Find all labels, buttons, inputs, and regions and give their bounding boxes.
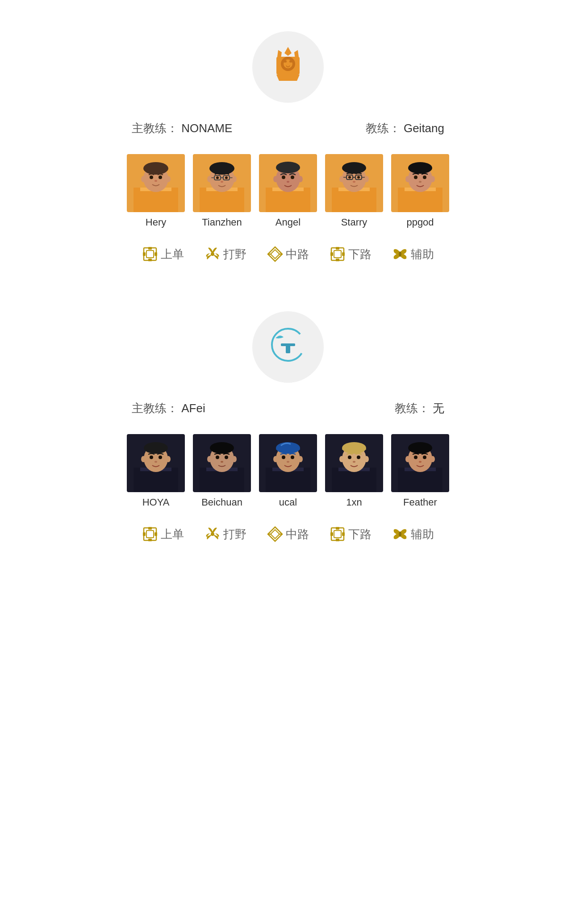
svg-point-126	[357, 456, 360, 459]
jungle-icon	[205, 246, 221, 262]
svg-marker-77	[271, 250, 280, 259]
svg-point-94	[144, 442, 168, 454]
svg-rect-142	[143, 532, 146, 536]
svg-point-64	[414, 176, 417, 179]
svg-point-146	[211, 532, 214, 536]
svg-point-136	[423, 456, 426, 459]
svg-point-125	[348, 456, 351, 459]
svg-point-14	[150, 176, 153, 179]
svg-rect-7	[289, 60, 292, 63]
team2-role-bot-label: 下路	[348, 527, 371, 542]
svg-point-157	[399, 531, 401, 537]
svg-point-23	[209, 162, 234, 175]
svg-point-63	[408, 162, 432, 174]
team2-top-icon	[142, 526, 158, 542]
svg-point-67	[405, 176, 410, 182]
svg-point-65	[423, 176, 426, 179]
player-card-beichuan: Beichuan	[191, 434, 253, 508]
role-jungle-label: 打野	[223, 247, 246, 262]
svg-marker-148	[271, 530, 280, 539]
team2-coach-label: 教练：	[395, 401, 430, 415]
svg-point-15	[159, 176, 162, 179]
svg-point-137	[419, 461, 422, 463]
svg-rect-85	[336, 259, 339, 261]
svg-point-57	[339, 176, 344, 182]
team2-role-jungle-item: 打野	[205, 526, 246, 542]
svg-point-66	[419, 181, 422, 183]
svg-rect-145	[148, 539, 152, 541]
player-avatar-ppgod	[391, 154, 449, 212]
role-support-item: 辅助	[392, 246, 434, 262]
mid-icon	[267, 246, 283, 262]
team1-coach-name: Geitang	[404, 121, 444, 135]
svg-point-33	[232, 176, 237, 182]
bot-icon	[330, 246, 346, 262]
svg-point-40	[291, 176, 294, 179]
player-card-ucal: ucal	[257, 434, 319, 508]
player-avatar-ucal	[259, 434, 317, 492]
player-name-ucal: ucal	[279, 497, 297, 508]
svg-point-75	[211, 252, 214, 256]
svg-point-109	[232, 456, 237, 462]
team1-logo-circle	[252, 31, 324, 103]
svg-point-17	[141, 176, 146, 182]
svg-point-18	[166, 176, 171, 182]
role-top-label: 上单	[161, 247, 184, 262]
svg-point-116	[291, 456, 294, 459]
team2-head-coach: 主教练： AFei	[132, 401, 205, 416]
svg-rect-72	[154, 252, 157, 256]
team2-bot-icon	[330, 526, 346, 542]
player-avatar-starry	[325, 154, 383, 212]
svg-rect-153	[330, 532, 333, 536]
player-name-1xn: 1xn	[346, 497, 362, 508]
svg-point-105	[216, 456, 219, 459]
svg-point-117	[287, 461, 289, 463]
support-icon	[392, 246, 408, 262]
svg-rect-151	[331, 528, 344, 540]
team2-support-icon	[392, 526, 408, 542]
svg-point-95	[150, 456, 153, 459]
team2-mid-icon	[267, 526, 283, 542]
team1-head-coach-label: 主教练：	[132, 121, 178, 135]
svg-point-31	[221, 181, 223, 183]
role-bot-label: 下路	[348, 247, 371, 262]
team2-head-coach-name: AFei	[181, 401, 205, 415]
svg-rect-80	[331, 248, 344, 260]
svg-rect-144	[148, 527, 152, 530]
player-card-1xn: 1xn	[323, 434, 385, 508]
team1-players-row: Hery	[114, 150, 462, 233]
svg-rect-152	[334, 531, 341, 538]
team2-coach: 教练： 无	[395, 401, 444, 416]
team2-role-support-item: 辅助	[392, 526, 434, 542]
svg-rect-70	[146, 251, 154, 258]
svg-point-32	[207, 176, 212, 182]
player-avatar-angel	[259, 154, 317, 212]
svg-point-118	[273, 456, 278, 462]
team2-roles-row: 上单 打野 中路	[114, 513, 462, 551]
svg-marker-8	[276, 75, 300, 81]
team2-players-row: HOYA	[114, 430, 462, 513]
svg-point-108	[207, 456, 212, 462]
player-avatar-feather	[391, 434, 449, 492]
svg-point-16	[154, 180, 157, 182]
svg-point-38	[276, 162, 300, 173]
team2-coaches-row: 主教练： AFei 教练： 无	[114, 396, 462, 430]
svg-point-119	[298, 456, 303, 462]
svg-point-43	[298, 176, 303, 182]
svg-rect-154	[342, 532, 345, 536]
player-name-starry: Starry	[341, 217, 367, 228]
team2-jungle-icon	[205, 526, 221, 542]
role-bot-item: 下路	[330, 246, 371, 262]
svg-rect-83	[342, 252, 345, 256]
svg-point-86	[399, 251, 401, 257]
player-card-hery: Hery	[125, 154, 187, 228]
role-top-item: 上单	[142, 246, 184, 262]
team2-coach-name: 无	[433, 401, 444, 415]
svg-point-115	[282, 456, 285, 459]
svg-rect-74	[148, 259, 152, 261]
svg-rect-140	[144, 528, 156, 540]
svg-point-135	[414, 456, 417, 459]
svg-point-55	[357, 176, 360, 179]
top-lane-icon	[142, 246, 158, 262]
role-support-label: 辅助	[411, 247, 434, 262]
